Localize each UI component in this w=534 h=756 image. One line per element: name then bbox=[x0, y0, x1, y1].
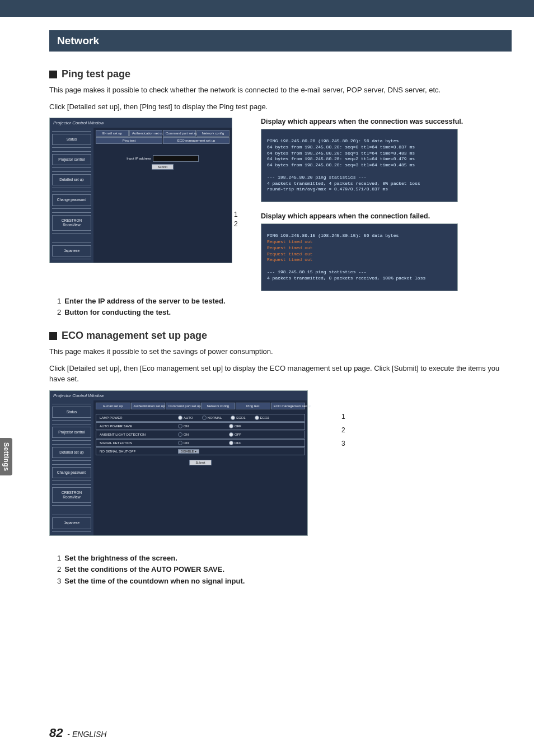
callout-1: 1 bbox=[234, 211, 238, 218]
radio-auto[interactable]: AUTO bbox=[178, 416, 193, 420]
eco-label-lamp: LAMP POWER bbox=[100, 416, 178, 419]
radio-aps-off[interactable]: OFF bbox=[229, 424, 241, 428]
pcw-title-eco: Projector Control Window bbox=[50, 391, 307, 400]
square-bullet-icon bbox=[49, 332, 57, 340]
callout-2: 2 bbox=[234, 220, 238, 228]
ping-desc-1: This page makes it possible to check whe… bbox=[49, 85, 512, 96]
eco-row-no-signal-shut-off: NO SIGNAL SHUT-OFF DISABLE ▾ bbox=[96, 447, 305, 455]
pcw-title: Projector Control Window bbox=[50, 118, 232, 128]
tab-ping-test[interactable]: Ping test bbox=[96, 137, 162, 144]
eco-row-lamp-power: LAMP POWER AUTO NORMAL ECO1 ECO2 bbox=[96, 414, 305, 422]
eco-callout-3: 3 bbox=[341, 440, 345, 447]
sidebar-change-password[interactable]: Change password bbox=[52, 194, 91, 206]
side-tab-settings: Settings bbox=[0, 438, 12, 475]
projector-control-window-ping: Projector Control Window Status Projecto… bbox=[49, 118, 232, 263]
sidebar-projector-control[interactable]: Projector control bbox=[52, 427, 91, 438]
sidebar-crestron[interactable]: CRESTRON RoomView bbox=[52, 487, 91, 503]
ping-fail-terminal: PING 198.245.80.15 (198.245.80.15): 56 d… bbox=[261, 223, 458, 291]
tab-ping-test[interactable]: Ping test bbox=[236, 403, 270, 409]
radio-sig-on[interactable]: ON bbox=[178, 441, 189, 445]
tab-eco-setup[interactable]: ECO management set up bbox=[271, 403, 306, 409]
eco-label-signal: SIGNAL DETECTION bbox=[100, 441, 178, 445]
section-header-network: Network bbox=[49, 30, 512, 52]
square-bullet-icon bbox=[49, 71, 57, 78]
ping-callout-item-1: 1Enter the IP address of the server to b… bbox=[57, 296, 512, 307]
input-ip-label: Input IP address bbox=[127, 157, 151, 160]
display-success-label: Display which appears when the connectio… bbox=[261, 118, 512, 125]
no-signal-select[interactable]: DISABLE ▾ bbox=[178, 449, 199, 454]
tab-network-config[interactable]: Network config bbox=[196, 130, 229, 137]
tab-email-setup[interactable]: E-mail set up bbox=[96, 130, 129, 137]
ping-submit-button[interactable]: Submit bbox=[152, 164, 174, 170]
sidebar-detailed-setup[interactable]: Detailed set up bbox=[52, 447, 91, 458]
tab-command-port[interactable]: Command port set up bbox=[166, 403, 200, 409]
eco-row-ambient: AMBIENT LIGHT DETECTION ON OFF bbox=[96, 431, 305, 438]
subheader-ping-test-text: Ping test page bbox=[62, 68, 130, 80]
subheader-eco: ECO management set up page bbox=[49, 330, 512, 342]
sidebar-projector-control[interactable]: Projector control bbox=[52, 154, 91, 165]
radio-eco1[interactable]: ECO1 bbox=[231, 416, 245, 420]
eco-callout-item-2: 2Set the conditions of the AUTO POWER SA… bbox=[57, 564, 512, 576]
radio-eco2[interactable]: ECO2 bbox=[255, 416, 269, 420]
tab-eco-setup[interactable]: ECO management set up bbox=[163, 137, 229, 144]
eco-submit-button[interactable]: Submit bbox=[189, 460, 211, 465]
radio-sig-off[interactable]: OFF bbox=[229, 441, 241, 445]
ping-success-terminal: PING 198.245.80.20 (198.245.80.20): 56 d… bbox=[261, 129, 458, 202]
pcw-sidebar-eco: Status Projector control Detailed set up… bbox=[50, 400, 93, 535]
radio-normal[interactable]: NORMAL bbox=[202, 416, 222, 420]
eco-callout-item-1: 1Set the brightness of the screen. bbox=[57, 553, 512, 564]
eco-callout-item-3: 3Set the time of the countdown when no s… bbox=[57, 576, 512, 587]
sidebar-crestron[interactable]: CRESTRON RoomView bbox=[52, 215, 91, 231]
eco-row-auto-power-save: AUTO POWER SAVE ON OFF bbox=[96, 422, 305, 430]
tab-auth-setup[interactable]: Authentication set up bbox=[131, 403, 166, 409]
eco-row-signal: SIGNAL DETECTION ON OFF bbox=[96, 439, 305, 447]
tab-network-config[interactable]: Network config bbox=[201, 403, 236, 409]
ping-desc-2: Click [Detailed set up], then [Ping test… bbox=[49, 101, 512, 113]
eco-label-auto: AUTO POWER SAVE bbox=[100, 424, 178, 428]
display-fail-label: Display which appears when the connectio… bbox=[261, 212, 512, 220]
tab-email-setup[interactable]: E-mail set up bbox=[96, 403, 130, 409]
page-footer: 82 - ENGLISH bbox=[49, 726, 106, 740]
projector-control-window-eco: Projector Control Window Status Projecto… bbox=[49, 390, 308, 536]
sidebar-japanese[interactable]: Japanese bbox=[52, 517, 91, 529]
sidebar-japanese[interactable]: Japanese bbox=[52, 245, 91, 256]
sidebar-status[interactable]: Status bbox=[52, 134, 91, 145]
pcw-sidebar: Status Projector control Detailed set up… bbox=[50, 128, 93, 263]
sidebar-change-password[interactable]: Change password bbox=[52, 467, 91, 478]
eco-callout-2: 2 bbox=[341, 426, 345, 434]
radio-amb-on[interactable]: ON bbox=[178, 432, 189, 437]
subheader-ping-test: Ping test page bbox=[49, 68, 512, 80]
footer-sep: - bbox=[65, 730, 72, 739]
footer-language: ENGLISH bbox=[72, 730, 106, 739]
sidebar-status[interactable]: Status bbox=[52, 407, 91, 418]
eco-desc-1: This page makes it possible to set the s… bbox=[49, 346, 512, 357]
subheader-eco-text: ECO management set up page bbox=[62, 330, 207, 342]
radio-aps-on[interactable]: ON bbox=[178, 424, 189, 428]
eco-desc-2: Click [Detailed set up], then [Eco manag… bbox=[49, 363, 512, 385]
tab-command-port[interactable]: Command port set up bbox=[163, 130, 196, 137]
radio-amb-off[interactable]: OFF bbox=[229, 432, 241, 437]
ping-callout-item-2: 2Button for conducting the test. bbox=[57, 307, 512, 319]
input-ip-field[interactable] bbox=[153, 155, 199, 162]
page-top-bar bbox=[0, 0, 534, 17]
tab-auth-setup[interactable]: Authentication set up bbox=[129, 130, 162, 137]
eco-label-ambient: AMBIENT LIGHT DETECTION bbox=[100, 433, 178, 436]
eco-callout-1: 1 bbox=[341, 413, 345, 421]
sidebar-detailed-setup[interactable]: Detailed set up bbox=[52, 174, 91, 185]
eco-label-nosignal: NO SIGNAL SHUT-OFF bbox=[100, 450, 178, 453]
page-number: 82 bbox=[49, 726, 63, 740]
